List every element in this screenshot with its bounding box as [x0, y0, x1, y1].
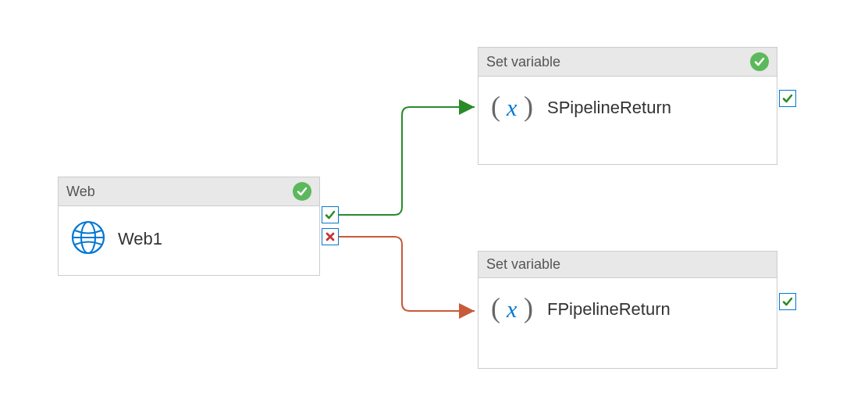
activity-body: ( x ) FPipelineReturn: [478, 278, 777, 341]
globe-icon: [71, 220, 105, 258]
svg-text:): ): [524, 292, 533, 323]
svg-text:x: x: [506, 296, 518, 322]
activity-web[interactable]: Web Web1: [58, 177, 320, 276]
activity-type-label: Set variable: [486, 256, 560, 273]
activity-body: Web1: [59, 206, 319, 272]
variable-icon: ( x ): [491, 91, 535, 125]
svg-text:): ): [524, 91, 533, 122]
status-success-icon: [293, 182, 311, 201]
activity-setvar-success[interactable]: Set variable ( x ) SPipelineReturn: [478, 47, 777, 165]
output-port-success[interactable]: [779, 90, 796, 107]
activity-body: ( x ) SPipelineReturn: [478, 77, 777, 139]
svg-text:x: x: [506, 95, 518, 120]
activity-type-label: Set variable: [486, 54, 560, 70]
svg-text:(: (: [491, 292, 500, 323]
svg-text:(: (: [491, 91, 500, 122]
activity-header: Web: [59, 177, 319, 206]
activity-type-label: Web: [66, 184, 95, 200]
status-success-icon: [750, 52, 769, 71]
activity-header: Set variable: [478, 252, 777, 278]
variable-icon: ( x ): [491, 292, 535, 327]
activity-setvar-failure[interactable]: Set variable ( x ) FPipelineReturn: [478, 251, 777, 369]
connector-failure: [339, 237, 475, 311]
activity-name-label: SPipelineReturn: [547, 98, 671, 118]
pipeline-canvas[interactable]: Web Web1 Set variable: [0, 0, 868, 418]
output-port-success[interactable]: [779, 293, 796, 310]
output-port-success[interactable]: [322, 206, 339, 223]
connector-success: [339, 107, 475, 215]
output-port-failure[interactable]: [322, 228, 339, 245]
activity-name-label: Web1: [118, 229, 162, 249]
activity-header: Set variable: [478, 48, 777, 77]
activity-name-label: FPipelineReturn: [547, 299, 671, 320]
